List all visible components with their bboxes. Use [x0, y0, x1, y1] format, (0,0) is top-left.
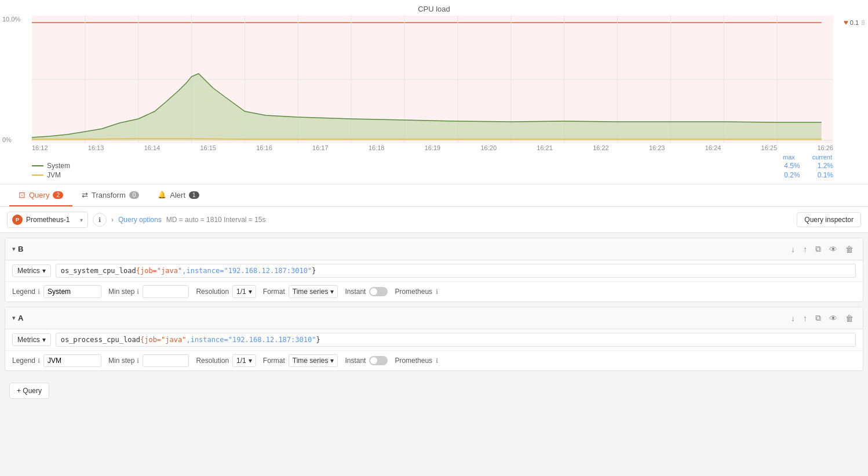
datasource-name: Prometheus-1: [26, 216, 76, 224]
legend-row-system: System 4.5% 1.2%: [32, 162, 833, 170]
toggle-visibility-a-btn[interactable]: 👁: [827, 313, 840, 324]
query-b-letter: B: [18, 245, 23, 253]
minstep-info-icon-a[interactable]: ℹ: [137, 357, 139, 365]
instant-group-a: Instant: [345, 356, 388, 365]
legend-label-a: Legend ℹ: [12, 357, 40, 365]
tab-query-badge: 2: [53, 191, 63, 199]
query-b-close: }: [312, 267, 316, 275]
minstep-input-a[interactable]: [143, 354, 189, 367]
prometheus-info-icon-a[interactable]: ℹ: [436, 357, 438, 365]
legend-info-icon-b[interactable]: ℹ: [38, 288, 40, 296]
toggle-visibility-b-btn[interactable]: 👁: [827, 244, 840, 255]
datasource-icon: P: [12, 215, 23, 225]
jvm-current: 0.1%: [818, 171, 833, 179]
resolution-select-a[interactable]: 1/1 ▾: [232, 354, 256, 367]
metrics-row-a: Metrics ▾ os_process_cpu_load{job="java"…: [5, 329, 863, 351]
tab-query-label: Query: [29, 191, 49, 199]
expand-arrow-icon: ›: [111, 216, 114, 224]
query-options-details: MD = auto = 1810 Interval = 15s: [166, 216, 266, 224]
add-query-bar: + Query: [0, 376, 868, 406]
chevron-down-icon: ▾: [80, 217, 83, 223]
minstep-group-a: Min step ℹ: [108, 354, 189, 367]
legend-row-jvm: JVM 0.2% 0.1%: [32, 171, 833, 179]
tab-alert-badge: 1: [189, 191, 199, 199]
query-options-link[interactable]: Query options: [118, 216, 162, 224]
minstep-label-b: Min step ℹ: [108, 288, 139, 296]
query-a-actions: ↓ ↑ ⧉ 👁 🗑: [789, 312, 856, 324]
chart-container: CPU load 10.0% 0%: [0, 0, 868, 184]
format-select-b[interactable]: Time series ▾: [289, 285, 338, 298]
metrics-b-label: Metrics: [17, 267, 40, 275]
query-inspector-button[interactable]: Query inspector: [797, 212, 861, 227]
datasource-info-btn[interactable]: ℹ: [93, 213, 107, 227]
instant-label-a: Instant: [345, 357, 366, 365]
collapse-b-icon: ▾: [12, 245, 16, 253]
delete-b-btn[interactable]: 🗑: [843, 244, 856, 255]
delete-a-btn[interactable]: 🗑: [843, 313, 856, 324]
move-down-a-btn[interactable]: ↓: [789, 313, 797, 324]
metrics-row-b: Metrics ▾ os_system_cpu_load{job="java",…: [5, 260, 863, 282]
query-a-close: }: [316, 336, 320, 344]
prometheus-group-a: Prometheus ℹ: [395, 357, 438, 365]
query-block-a: ▾ A ↓ ↑ ⧉ 👁 🗑 Metrics ▾: [5, 307, 863, 371]
threshold-value: 0.1: [850, 19, 859, 26]
query-a-input[interactable]: os_process_cpu_load{job="java",instance=…: [56, 333, 856, 347]
tab-transform[interactable]: ⇄ Transform 0: [72, 185, 148, 206]
prometheus-info-icon-b[interactable]: ℹ: [436, 288, 438, 296]
move-down-b-btn[interactable]: ↓: [789, 244, 797, 255]
metrics-a-btn[interactable]: Metrics ▾: [12, 333, 51, 346]
legend-input-a[interactable]: [43, 354, 101, 367]
query-a-orange: {job="java": [140, 336, 186, 344]
resolution-chevron-b: ▾: [249, 288, 252, 296]
chart-legend: max current System 4.5% 1.2% JVM: [0, 151, 868, 184]
format-label-a: Format: [263, 357, 285, 365]
resolution-group-a: Resolution 1/1 ▾: [196, 354, 256, 367]
move-up-b-btn[interactable]: ↑: [801, 244, 809, 255]
query-b-actions: ↓ ↑ ⧉ 👁 🗑: [789, 243, 856, 255]
heart-icon: ♥: [844, 18, 848, 27]
move-up-a-btn[interactable]: ↑: [801, 313, 809, 324]
query-b-plain: os_system_cpu_load: [61, 267, 136, 275]
tab-query[interactable]: ⊡ Query 2: [9, 184, 72, 206]
chart-xaxis: 16:12 16:13 16:14 16:15 16:16 16:17 16:1…: [32, 144, 833, 151]
instant-toggle-a[interactable]: [369, 356, 388, 365]
collapse-a-btn[interactable]: ▾ A: [12, 314, 23, 322]
legend-group-b: Legend ℹ: [12, 285, 101, 298]
yaxis-min: 0%: [2, 136, 20, 143]
tab-transform-label: Transform: [92, 191, 126, 199]
drag-handle-threshold[interactable]: [862, 20, 865, 25]
query-block-b: ▾ B ↓ ↑ ⧉ 👁 🗑 Metrics ▾: [5, 238, 863, 302]
query-b-input[interactable]: os_system_cpu_load{job="java",instance="…: [56, 264, 856, 278]
tab-alert-label: Alert: [170, 191, 185, 199]
metrics-b-chevron: ▾: [42, 267, 46, 275]
instant-toggle-b[interactable]: [369, 287, 388, 296]
duplicate-a-btn[interactable]: ⧉: [813, 312, 823, 324]
chart-svg: [32, 16, 833, 143]
legend-label-b: Legend ℹ: [12, 288, 40, 296]
instant-label-b: Instant: [345, 288, 366, 296]
tab-alert[interactable]: 🔔 Alert 1: [148, 185, 208, 206]
duplicate-b-btn[interactable]: ⧉: [813, 243, 823, 255]
datasource-select[interactable]: P Prometheus-1 ▾: [7, 212, 88, 228]
legend-info-icon-a[interactable]: ℹ: [38, 357, 40, 365]
format-group-b: Format Time series ▾: [263, 285, 338, 298]
resolution-label-b: Resolution: [196, 288, 229, 296]
system-max: 4.5%: [784, 162, 800, 170]
resolution-select-b[interactable]: 1/1 ▾: [232, 285, 256, 298]
resolution-label-a: Resolution: [196, 357, 229, 365]
legend-max-header: max: [783, 154, 795, 161]
options-row-b: Legend ℹ Min step ℹ Resolution 1/1: [5, 282, 863, 301]
query-a-blue: ,instance="192.168.12.187:3010": [186, 336, 316, 344]
prometheus-label-a: Prometheus: [395, 357, 432, 365]
minstep-input-b[interactable]: [143, 285, 189, 298]
query-block-a-header: ▾ A ↓ ↑ ⧉ 👁 🗑: [5, 307, 863, 329]
add-query-button[interactable]: + Query: [9, 383, 49, 399]
legend-input-b[interactable]: [43, 285, 101, 298]
metrics-b-btn[interactable]: Metrics ▾: [12, 264, 51, 277]
minstep-info-icon-b[interactable]: ℹ: [137, 288, 139, 296]
format-select-a[interactable]: Time series ▾: [289, 354, 338, 367]
instant-group-b: Instant: [345, 287, 388, 296]
prometheus-label-b: Prometheus: [395, 288, 432, 296]
format-chevron-a: ▾: [330, 357, 334, 365]
collapse-b-btn[interactable]: ▾ B: [12, 245, 23, 253]
